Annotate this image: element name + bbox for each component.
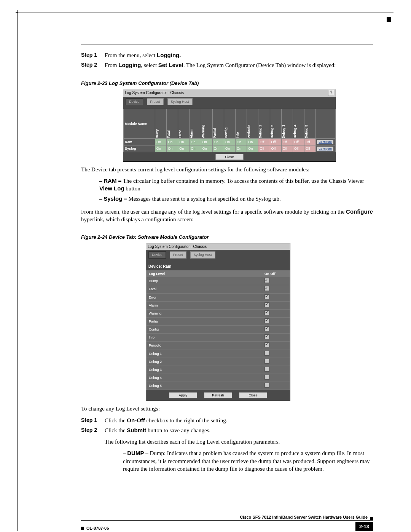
- log-level-cell: On: [201, 139, 212, 145]
- tab-preset[interactable]: Preset: [147, 98, 164, 105]
- fig23-window: Log System Configurator - Chassis ? Devi…: [123, 89, 336, 162]
- bullet-list: RAM = The circular log buffer contained …: [81, 177, 373, 203]
- log-level-cell: Off: [304, 145, 316, 152]
- log-level-cell: On: [236, 139, 247, 145]
- close-button[interactable]: Close: [239, 392, 267, 398]
- step-label: Step 1: [81, 51, 105, 59]
- onoff-checkbox[interactable]: [264, 278, 269, 283]
- onoff-checkbox[interactable]: [264, 294, 269, 299]
- log-level-name: Fatal: [147, 285, 262, 293]
- step-body: From Logging, select Set Level. The Log …: [105, 61, 373, 69]
- log-level-cell: On: [167, 139, 178, 145]
- log-level-cell: On: [212, 145, 224, 152]
- column-header: Debug 4: [293, 109, 304, 139]
- paragraph: From this screen, the user can change an…: [81, 208, 373, 224]
- column-header: Error: [178, 109, 190, 139]
- column-header: On-Off: [262, 271, 290, 277]
- table-row: Info: [147, 334, 290, 342]
- onoff-checkbox[interactable]: [264, 359, 269, 364]
- log-level-cell: On: [155, 145, 167, 152]
- onoff-checkbox[interactable]: [264, 302, 269, 307]
- onoff-checkbox[interactable]: [264, 351, 269, 356]
- paragraph: The following list describes each of the…: [105, 438, 373, 446]
- apply-button[interactable]: Apply: [169, 392, 197, 398]
- table-row: Debug 2: [147, 358, 290, 366]
- log-level-cell: On: [190, 145, 201, 152]
- log-level-cell: On: [224, 139, 235, 145]
- table-row: Error: [147, 293, 290, 301]
- column-header: Dump: [155, 109, 167, 139]
- footer-square-icon: [81, 527, 84, 530]
- log-level-cell: Off: [270, 145, 281, 152]
- paragraph: The Device tab presents current log leve…: [81, 166, 373, 173]
- column-header: Partial: [212, 109, 224, 139]
- log-level-name: Alarm: [147, 301, 262, 309]
- log-level-name: Debug 3: [147, 366, 262, 374]
- log-level-name: Config: [147, 326, 262, 334]
- step-row: Step 2 Click the Submit button to save a…: [81, 427, 373, 434]
- window-title: Log System Configurator - Chassis: [125, 90, 184, 96]
- log-level-cell: On: [247, 139, 258, 145]
- module-config-table: Log Level On-Off DumpFatalErrorAlarmWarn…: [146, 270, 290, 390]
- log-level-cell: On: [247, 145, 258, 152]
- table-row: SyslogOnOnOnOnOnOnOnOnOnOffOffOffOffOffC…: [124, 145, 336, 152]
- step-label: Step 2: [81, 427, 105, 434]
- section-rule: [81, 44, 373, 45]
- configure-link[interactable]: Configure: [317, 140, 333, 144]
- doc-title: Cisco SFS 7012 InfiniBand Server Switch …: [81, 514, 368, 520]
- onoff-checkbox[interactable]: [264, 375, 269, 380]
- fig24-window: Log System Configurator - Chassis Device…: [146, 243, 290, 401]
- log-level-cell: On: [236, 145, 247, 152]
- log-level-name: Info: [147, 334, 262, 342]
- onoff-checkbox[interactable]: [264, 383, 269, 388]
- configure-link[interactable]: Configure: [317, 147, 333, 151]
- table-row: Debug 1: [147, 350, 290, 358]
- tab-device[interactable]: Device: [126, 98, 143, 105]
- table-row: Warning: [147, 309, 290, 317]
- tab-preset[interactable]: Preset: [170, 251, 186, 258]
- onoff-checkbox[interactable]: [264, 326, 269, 331]
- step-label: Step 1: [81, 417, 105, 424]
- table-row: Debug 4: [147, 374, 290, 382]
- onoff-checkbox[interactable]: [264, 367, 269, 372]
- help-icon[interactable]: ?: [328, 90, 334, 96]
- tab-syslog-host[interactable]: Syslog Host: [167, 98, 193, 105]
- log-level-cell: On: [178, 145, 190, 152]
- list-item: Syslog = Messages that are sent to a sys…: [99, 195, 373, 203]
- log-level-name: Debug 4: [147, 374, 262, 382]
- onoff-checkbox[interactable]: [264, 318, 269, 323]
- onoff-checkbox[interactable]: [264, 286, 269, 291]
- window-titlebar: Log System Configurator - Chassis: [146, 243, 290, 250]
- log-level-name: Partial: [147, 317, 262, 325]
- step-label: Step 2: [81, 61, 105, 69]
- log-level-cell: Off: [270, 139, 281, 145]
- table-row: RamOnOnOnOnOnOnOnOnOnOffOffOffOffOffConf…: [124, 139, 336, 145]
- button-row: Apply Refresh Close: [146, 390, 290, 401]
- table-row: Partial: [147, 317, 290, 325]
- onoff-checkbox[interactable]: [264, 342, 269, 347]
- list-item: DUMP – Dump: Indicates that a problem ha…: [123, 449, 373, 473]
- log-level-cell: On: [190, 139, 201, 145]
- close-button[interactable]: Close: [215, 154, 244, 160]
- tab-bar: Device Preset Syslog Host: [146, 250, 290, 262]
- onoff-checkbox[interactable]: [264, 310, 269, 315]
- module-name-cell: Syslog: [124, 145, 155, 152]
- table-row: Alarm: [147, 301, 290, 309]
- log-level-cell: On: [167, 145, 178, 152]
- table-row: Config: [147, 326, 290, 334]
- tab-device[interactable]: Device: [148, 251, 166, 258]
- onoff-checkbox[interactable]: [264, 334, 269, 339]
- footer-square-icon: [370, 517, 373, 520]
- log-level-name: Periodic: [147, 342, 262, 350]
- log-level-name: Debug 1: [147, 350, 262, 358]
- tab-syslog-host[interactable]: Syslog Host: [190, 251, 215, 258]
- refresh-button[interactable]: Refresh: [204, 392, 232, 398]
- tab-bar: Device Preset Syslog Host: [123, 97, 336, 109]
- log-level-cell: Off: [281, 145, 293, 152]
- column-header: Debug 3: [281, 109, 293, 139]
- log-level-cell: On: [201, 145, 212, 152]
- column-header: Debug 2: [270, 109, 281, 139]
- log-level-cell: On: [224, 145, 235, 152]
- log-level-cell: Off: [293, 145, 304, 152]
- table-row: Debug 3: [147, 366, 290, 374]
